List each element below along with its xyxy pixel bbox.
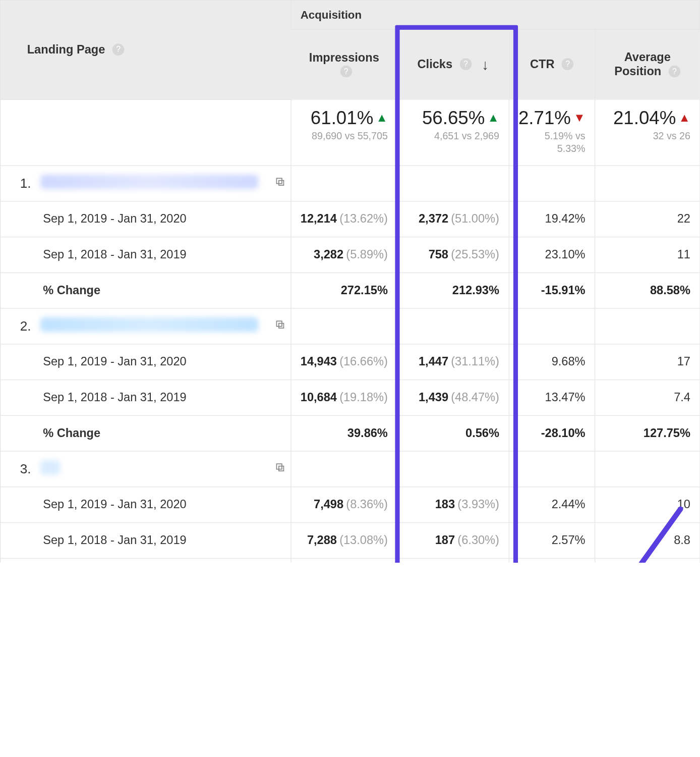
cell-value: 39.86% [291,415,397,451]
col-ctr[interactable]: CTR ? [509,29,595,99]
table-row: Sep 1, 2019 - Jan 31, 2020 14,943(16.66%… [1,344,700,380]
sort-desc-icon: ↓ [482,56,489,73]
period-a-label: Sep 1, 2019 - Jan 31, 2020 [1,344,291,380]
cell-share: (51.00%) [451,212,499,226]
open-report-icon[interactable] [269,319,285,334]
cell-value: 16.40% [595,558,700,563]
table-row: 3. [1,451,700,487]
cell-value: 7.4 [595,380,700,416]
group-acquisition-label: Acquisition [301,8,362,21]
period-b-label: Sep 1, 2018 - Jan 31, 2019 [1,237,291,273]
col-ctr-label: CTR [530,58,554,71]
help-icon[interactable]: ? [340,65,352,77]
cell-share: (8.36%) [346,498,388,511]
landing-page-cell[interactable]: 2. [1,308,291,344]
table-row: % Change 39.86% 0.56% -28.10% 127.75% [1,415,700,451]
cell-value: 8.8 [595,523,700,559]
cell-value: 12,214 [301,212,337,226]
help-icon[interactable]: ? [460,58,472,70]
cell-share: (48.47%) [451,391,499,404]
cell-value: -2.14% [397,558,509,563]
cell-value: 14,943 [301,355,337,368]
cell-value: 2.44% [509,487,595,523]
col-clicks[interactable]: Clicks ? ↓ [397,29,509,99]
cell-value: 10,684 [301,391,337,404]
cell-value: 127.75% [595,415,700,451]
period-b-label: Sep 1, 2018 - Jan 31, 2019 [1,523,291,559]
pct-change-label: % Change [1,415,291,451]
cell-value: 3,282 [314,248,343,261]
col-avg-position[interactable]: Average Position ? [595,29,700,99]
cell-value: -4.88% [509,558,595,563]
table-row: Sep 1, 2018 - Jan 31, 2019 3,282(5.89%) … [1,237,700,273]
trend-up-icon: ▲ [376,111,387,124]
cell-value: 13.47% [509,380,595,416]
landing-page-cell[interactable]: 3. [1,451,291,487]
row-index: 3. [11,461,31,476]
summary-ctr-sub-1: 5.19% vs [518,130,586,141]
cell-value: 11 [595,237,700,273]
cell-value: 7,498 [314,498,343,511]
col-landing-page[interactable]: Landing Page ? [1,1,291,100]
cell-value: 212.93% [397,273,509,308]
open-report-icon[interactable] [269,177,285,191]
redacted-text [40,317,258,332]
table-row: Sep 1, 2019 - Jan 31, 2020 12,214(13.62%… [1,201,700,237]
col-impressions-label: Impressions [309,50,379,64]
cell-value: 9.68% [509,344,595,380]
col-clicks-label: Clicks [418,57,452,70]
summary-position: 21.04%▲ 32 vs 26 [595,99,700,166]
cell-value: 23.10% [509,237,595,273]
col-avg-position-label-2: Position [614,65,661,78]
col-impressions[interactable]: Impressions ? [291,29,397,99]
help-icon[interactable]: ? [562,58,574,70]
help-icon[interactable]: ? [112,43,125,56]
cell-value: 10 [595,487,700,523]
row-index: 1. [11,176,31,191]
cell-value: -28.10% [509,415,595,451]
open-report-icon[interactable] [269,462,285,476]
summary-clicks-sub: 4,651 vs 2,969 [407,130,499,141]
summary-impressions-sub: 89,690 vs 55,705 [301,130,388,141]
summary-impressions-pct: 61.01% [311,108,373,129]
summary-position-sub: 32 vs 26 [605,130,690,141]
cell-share: (13.62%) [339,212,388,226]
trend-up-icon: ▲ [488,111,499,124]
row-index: 2. [11,318,31,334]
cell-value: 2,372 [419,212,448,226]
landing-page-cell[interactable]: 1. [1,166,291,201]
cell-value: 88.58% [595,273,700,308]
period-a-label: Sep 1, 2019 - Jan 31, 2020 [1,201,291,237]
group-acquisition: Acquisition [291,1,700,30]
redacted-text [40,460,60,475]
pct-change-label: % Change [1,558,291,563]
pct-change-label: % Change [1,273,291,308]
col-landing-page-label: Landing Page [27,43,105,56]
summary-position-pct: 21.04% [613,108,676,129]
cell-value: 183 [435,498,455,511]
summary-clicks: 56.65%▲ 4,651 vs 2,969 [397,99,509,166]
cell-value: 7,288 [307,533,337,547]
table-row: Sep 1, 2019 - Jan 31, 2020 7,498(8.36%) … [1,487,700,523]
trend-down-icon: ▼ [573,111,585,124]
table-row: % Change 2.88% -2.14% -4.88% 16.40% [1,558,700,563]
cell-value: 187 [435,533,455,547]
cell-share: (5.89%) [346,248,388,261]
summary-ctr: 2.71%▼ 5.19% vs 5.33% [509,99,595,166]
cell-value: 272.15% [291,273,397,308]
cell-share: (31.11%) [451,355,499,368]
cell-share: (16.66%) [339,355,388,368]
cell-value: 2.88% [291,558,397,563]
col-avg-position-label-1: Average [624,50,671,63]
summary-clicks-pct: 56.65% [422,108,485,129]
help-icon[interactable]: ? [669,65,681,77]
summary-impressions: 61.01%▲ 89,690 vs 55,705 [291,99,397,166]
table-row: 1. [1,166,700,201]
summary-ctr-pct: 2.71% [518,108,571,129]
cell-share: (19.18%) [339,391,388,404]
summary-row: 61.01%▲ 89,690 vs 55,705 56.65%▲ 4,651 v… [1,99,700,166]
cell-value: 758 [429,248,448,261]
table-row: % Change 272.15% 212.93% -15.91% 88.58% [1,273,700,308]
cell-value: 0.56% [397,415,509,451]
cell-share: (13.08%) [339,533,388,547]
